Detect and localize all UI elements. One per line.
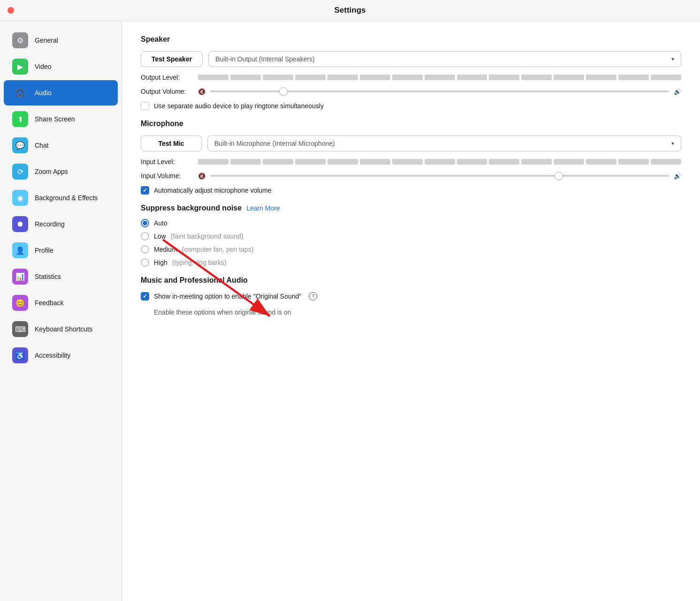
input-level-bar — [198, 159, 681, 165]
level-seg — [295, 75, 326, 80]
separate-audio-checkbox[interactable] — [141, 102, 149, 110]
separate-audio-row: Use separate audio device to play ringto… — [141, 102, 681, 110]
sidebar-label-feedback: Feedback — [35, 299, 63, 307]
title-bar: Settings — [0, 0, 700, 21]
auto-adjust-row: Automatically adjust microphone volume — [141, 186, 681, 195]
window-title: Settings — [334, 6, 365, 15]
input-volume-thumb[interactable] — [555, 172, 563, 180]
video-icon: ▶ — [12, 59, 28, 75]
level-seg — [263, 159, 293, 165]
test-mic-button[interactable]: Test Mic — [141, 135, 202, 151]
recording-icon: ⏺ — [12, 216, 28, 232]
level-seg — [554, 159, 584, 165]
output-volume-thumb[interactable] — [279, 87, 288, 96]
radio-sub-medium: (computer fan, pen taps) — [182, 246, 254, 253]
sidebar-item-share-screen[interactable]: ⬆Share Screen — [4, 106, 118, 132]
app-body: ⚙General▶Video🎧Audio⬆Share Screen💬Chat⟳Z… — [0, 21, 700, 601]
background-effects-icon: ◉ — [12, 190, 28, 206]
radio-circle-low[interactable] — [141, 232, 149, 240]
level-seg — [198, 159, 228, 165]
input-volume-label: Input Volume: — [141, 172, 192, 180]
radio-row-medium[interactable]: Medium (computer fan, pen taps) — [141, 245, 681, 254]
radio-label-high: High — [154, 259, 167, 266]
enable-options-label: Enable these options when original sound… — [154, 308, 291, 316]
level-seg — [618, 159, 649, 165]
sidebar-label-background-effects: Background & Effects — [35, 194, 98, 202]
radio-sub-high: (typing, dog barks) — [172, 259, 227, 266]
sidebar-label-chat: Chat — [35, 142, 49, 149]
sidebar-label-statistics: Statistics — [35, 273, 61, 280]
zoom-apps-icon: ⟳ — [12, 164, 28, 180]
sidebar-item-accessibility[interactable]: ♿Accessibility — [4, 343, 118, 368]
sidebar-item-feedback[interactable]: 😊Feedback — [4, 290, 118, 316]
level-seg — [360, 75, 390, 80]
output-volume-row: Output Volume: 🔇 🔊 — [141, 88, 681, 95]
volume-low-icon: 🔇 — [198, 88, 205, 95]
radio-row-auto[interactable]: Auto — [141, 219, 681, 227]
level-seg — [425, 75, 455, 80]
feedback-icon: 😊 — [12, 295, 28, 311]
mic-dropdown[interactable]: Built-in Microphone (Internal Microphone… — [207, 135, 681, 151]
profile-icon: 👤 — [12, 242, 28, 258]
test-speaker-button[interactable]: Test Speaker — [141, 51, 203, 67]
statistics-icon: 📊 — [12, 269, 28, 285]
suppress-title: Suppress background noise — [141, 204, 242, 212]
output-level-label: Output Level: — [141, 74, 192, 81]
sidebar-item-video[interactable]: ▶Video — [4, 54, 118, 79]
general-icon: ⚙ — [12, 32, 28, 48]
help-icon[interactable]: ? — [309, 292, 317, 300]
level-seg — [489, 159, 519, 165]
sidebar-item-background-effects[interactable]: ◉Background & Effects — [4, 185, 118, 210]
sidebar-item-keyboard-shortcuts[interactable]: ⌨Keyboard Shortcuts — [4, 316, 118, 342]
speaker-test-row: Test Speaker Built-in Output (Internal S… — [141, 51, 681, 67]
sidebar-item-chat[interactable]: 💬Chat — [4, 133, 118, 158]
level-seg — [554, 75, 584, 80]
sidebar-item-statistics[interactable]: 📊Statistics — [4, 264, 118, 289]
level-seg — [295, 159, 326, 165]
input-volume-track[interactable] — [210, 175, 669, 177]
sidebar-item-profile[interactable]: 👤Profile — [4, 238, 118, 263]
level-seg — [489, 75, 519, 80]
input-level-row: Input Level: — [141, 158, 681, 165]
radio-label-auto: Auto — [154, 219, 167, 227]
keyboard-shortcuts-icon: ⌨ — [12, 321, 28, 337]
output-volume-slider-row: 🔇 🔊 — [198, 88, 681, 95]
level-seg — [457, 75, 487, 80]
separate-audio-label: Use separate audio device to play ringto… — [154, 102, 324, 110]
radio-circle-auto[interactable] — [141, 219, 149, 227]
sidebar-item-general[interactable]: ⚙General — [4, 28, 118, 53]
close-button[interactable] — [8, 7, 14, 14]
auto-adjust-checkbox[interactable] — [141, 186, 149, 195]
speaker-dropdown[interactable]: Built-in Output (Internal Speakers) ▾ — [208, 51, 681, 67]
sidebar-label-recording: Recording — [35, 220, 65, 228]
radio-label-low: Low — [154, 233, 166, 240]
radio-row-high[interactable]: High (typing, dog barks) — [141, 258, 681, 267]
original-sound-checkbox[interactable] — [141, 292, 149, 300]
level-seg — [230, 159, 261, 165]
level-seg — [392, 159, 423, 165]
output-volume-track[interactable] — [210, 90, 669, 92]
output-level-bar — [198, 75, 681, 80]
radio-sub-low: (faint background sound) — [171, 233, 243, 240]
sidebar-item-zoom-apps[interactable]: ⟳Zoom Apps — [4, 159, 118, 184]
mic-test-row: Test Mic Built-in Microphone (Internal M… — [141, 135, 681, 151]
level-seg — [618, 75, 649, 80]
level-seg — [327, 159, 358, 165]
output-level-row: Output Level: — [141, 74, 681, 81]
sidebar-item-recording[interactable]: ⏺Recording — [4, 211, 118, 237]
level-seg — [521, 75, 552, 80]
level-seg — [327, 75, 358, 80]
radio-circle-medium[interactable] — [141, 245, 149, 254]
original-sound-row: Show in-meeting option to enable "Origin… — [141, 292, 681, 300]
radio-row-low[interactable]: Low (faint background sound) — [141, 232, 681, 240]
output-volume-label: Output Volume: — [141, 88, 192, 95]
speaker-section-title: Speaker — [141, 35, 681, 44]
level-seg — [263, 75, 293, 80]
learn-more-link[interactable]: Learn More — [246, 204, 280, 212]
accessibility-icon: ♿ — [12, 347, 28, 363]
sidebar-item-audio[interactable]: 🎧Audio — [4, 80, 118, 105]
level-seg — [230, 75, 261, 80]
main-wrapper: Speaker Test Speaker Built-in Output (In… — [122, 21, 700, 601]
radio-circle-high[interactable] — [141, 258, 149, 267]
mic-dropdown-value: Built-in Microphone (Internal Microphone… — [214, 140, 335, 147]
